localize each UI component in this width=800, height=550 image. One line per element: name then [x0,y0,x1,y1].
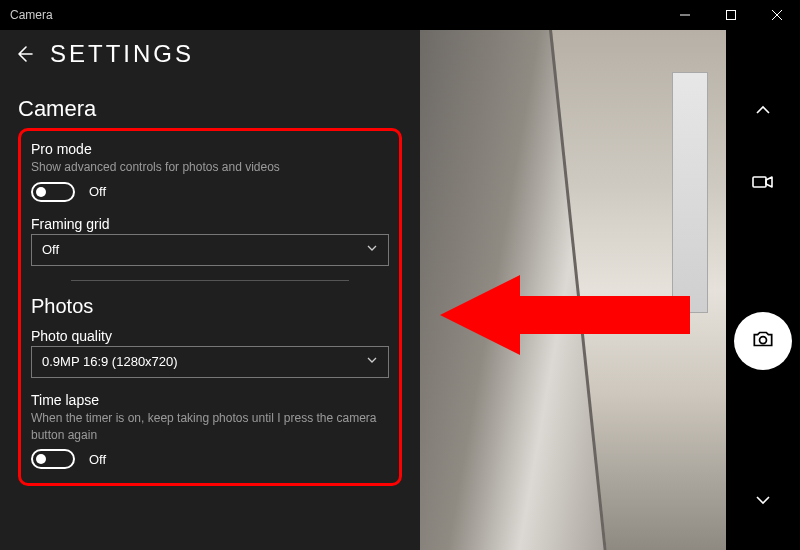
settings-panel: SETTINGS Camera Pro mode Show advanced c… [0,30,420,550]
framing-grid-label: Framing grid [31,216,389,232]
window-controls [662,0,800,30]
settings-body: Camera Pro mode Show advanced controls f… [0,78,420,550]
time-lapse-desc: When the timer is on, keep taking photos… [31,410,389,444]
photo-quality-value: 0.9MP 16:9 (1280x720) [42,354,178,369]
shutter-button[interactable] [734,312,792,370]
framing-grid-value: Off [42,242,59,257]
video-mode-button[interactable] [743,162,783,202]
time-lapse-label: Time lapse [31,392,389,408]
chevron-down-icon [366,354,378,369]
main-area: SETTINGS Camera Pro mode Show advanced c… [0,30,800,550]
back-button[interactable] [12,42,36,66]
app-title: Camera [10,8,53,22]
app-window: Camera SETTINGS Camera [0,0,800,550]
camera-preview [420,30,726,550]
svg-point-5 [760,337,767,344]
pro-mode-desc: Show advanced controls for photos and vi… [31,159,389,176]
divider [71,280,349,281]
svg-rect-4 [753,177,766,187]
annotation-highlight-box: Pro mode Show advanced controls for phot… [18,128,402,486]
minimize-button[interactable] [662,0,708,30]
framing-grid-select[interactable]: Off [31,234,389,266]
settings-header: SETTINGS [0,36,420,78]
setting-photo-quality: Photo quality 0.9MP 16:9 (1280x720) [31,328,389,378]
camera-icon [750,326,776,356]
chevron-down-icon [366,242,378,257]
maximize-button[interactable] [708,0,754,30]
expand-up-button[interactable] [743,90,783,130]
section-camera: Camera [18,96,402,122]
close-button[interactable] [754,0,800,30]
time-lapse-state: Off [89,452,106,467]
photo-quality-select[interactable]: 0.9MP 16:9 (1280x720) [31,346,389,378]
expand-down-button[interactable] [743,480,783,520]
pro-mode-label: Pro mode [31,141,389,157]
setting-time-lapse: Time lapse When the timer is on, keep ta… [31,392,389,470]
time-lapse-toggle[interactable] [31,449,75,469]
pro-mode-state: Off [89,184,106,199]
setting-pro-mode: Pro mode Show advanced controls for phot… [31,141,389,202]
pro-mode-toggle[interactable] [31,182,75,202]
titlebar: Camera [0,0,800,30]
camera-controls-rail [726,30,800,550]
photo-quality-label: Photo quality [31,328,389,344]
settings-title: SETTINGS [50,40,194,68]
svg-rect-1 [727,11,736,20]
section-photos: Photos [31,295,389,318]
setting-framing-grid: Framing grid Off [31,216,389,266]
